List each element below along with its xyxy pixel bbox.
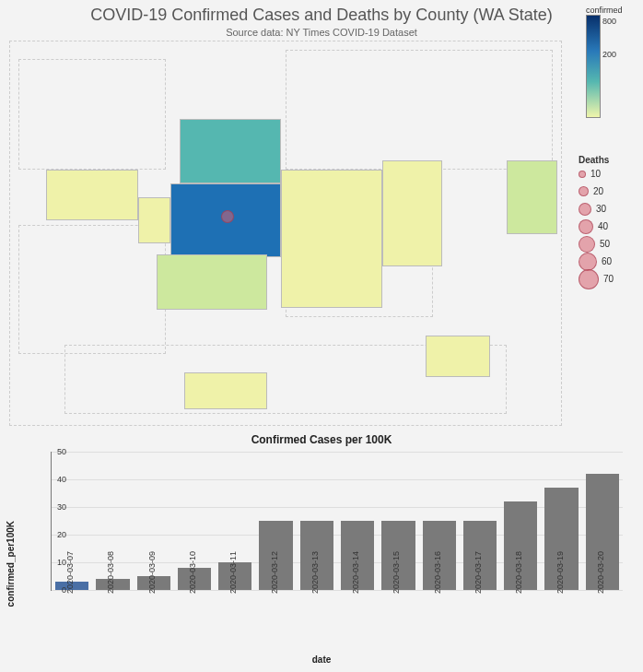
bar-chart-xtick: 2020-03-20 (596, 542, 605, 594)
bar-chart-ytick: 20 (57, 530, 66, 539)
county-snohomish[interactable] (180, 119, 281, 183)
bar-chart-xlabel: date (0, 654, 643, 665)
legend-confirmed-tick-200: 200 (602, 50, 616, 59)
legend-deaths-value: 70 (603, 274, 614, 284)
county-yakima[interactable] (184, 372, 267, 409)
legend-deaths-bubble-icon (579, 186, 589, 196)
legend-deaths-row: 10 (579, 165, 626, 183)
legend-deaths-bubble-icon (579, 203, 591, 216)
legend-deaths-value: 10 (590, 169, 601, 179)
legend-deaths-bubble-icon (579, 269, 599, 289)
bar-chart-gridline (52, 452, 623, 453)
bar-chart-ytick: 50 (57, 447, 66, 456)
bar-chart-xtick: 2020-03-08 (106, 542, 115, 594)
bar-chart-gridline (52, 590, 623, 591)
county-pierce[interactable] (157, 254, 267, 310)
county-kittitas[interactable] (281, 170, 382, 308)
legend-deaths-value: 50 (600, 239, 610, 249)
legend-deaths-row: 30 (579, 200, 626, 218)
county-outline (18, 225, 166, 354)
county-outline (18, 59, 166, 170)
bar-chart-xtick: 2020-03-19 (555, 542, 565, 594)
legend-deaths-row: 70 (579, 270, 626, 288)
legend-deaths-row: 50 (579, 235, 626, 253)
legend-confirmed: confirmed 800 200 (586, 6, 626, 118)
legend-deaths-bubble-icon (579, 171, 586, 178)
county-grays-harbor[interactable] (46, 170, 138, 220)
bar-chart-ytick: 40 (57, 475, 66, 484)
legend-deaths-value: 20 (593, 186, 603, 196)
legend-deaths-value: 40 (598, 221, 608, 231)
legend-deaths-bubble-icon (579, 253, 597, 271)
legend-deaths-row: 20 (579, 183, 626, 200)
legend-confirmed-label: confirmed (586, 6, 626, 15)
bar-chart-gridline (52, 479, 623, 480)
bar-chart-xtick: 2020-03-13 (310, 542, 320, 594)
county-outline (286, 50, 553, 170)
legend-deaths-bubble-icon (579, 236, 595, 253)
bar-chart-xtick: 2020-03-09 (147, 542, 157, 594)
county-kitsap[interactable] (138, 197, 170, 243)
page-root: COVID-19 Confirmed Cases and Deaths by C… (0, 0, 643, 672)
map-panel[interactable] (9, 41, 562, 426)
county-spokane[interactable] (507, 160, 557, 234)
bar-chart-panel: Confirmed Cases per 100K confirmed_per10… (0, 433, 643, 669)
bar-chart-xtick: 2020-03-17 (473, 542, 483, 594)
legend-deaths-bubble-icon (579, 219, 593, 234)
bar-chart-xtick: 2020-03-14 (351, 542, 360, 594)
county-walla-walla[interactable] (426, 336, 490, 377)
bar-chart-xtick: 2020-03-10 (188, 542, 197, 594)
bar-chart-ytick: 30 (57, 502, 66, 512)
bar-chart-title: Confirmed Cases per 100K (0, 433, 643, 446)
bar-chart-xtick: 2020-03-16 (433, 542, 442, 594)
page-subtitle: Source data: NY Times COVID-19 Dataset (0, 27, 643, 38)
legend-deaths-label: Deaths (579, 155, 626, 165)
legend-deaths-row: 40 (579, 218, 626, 235)
bar-chart-xtick: 2020-03-15 (392, 542, 401, 594)
legend-confirmed-tick-800: 800 (602, 17, 616, 26)
bar-chart-xtick: 2020-03-18 (514, 542, 523, 594)
county-grant[interactable] (382, 160, 442, 266)
legend-deaths-row: 60 (579, 253, 626, 270)
page-title: COVID-19 Confirmed Cases and Deaths by C… (0, 0, 643, 25)
death-bubble-king[interactable] (221, 210, 234, 223)
bar-chart-xtick: 2020-03-12 (270, 542, 279, 594)
legend-deaths: Deaths 10203040506070 (579, 155, 626, 288)
legend-deaths-value: 30 (596, 204, 606, 214)
bar-chart-xtick: 2020-03-11 (228, 542, 238, 594)
bar-chart-plot[interactable] (51, 452, 623, 591)
bar-chart-xtick: 2020-03-07 (65, 542, 75, 594)
bar-chart-ylabel: confirmed_per100K (6, 521, 16, 607)
legend-confirmed-gradient (586, 15, 601, 118)
legend-deaths-value: 60 (602, 256, 612, 266)
